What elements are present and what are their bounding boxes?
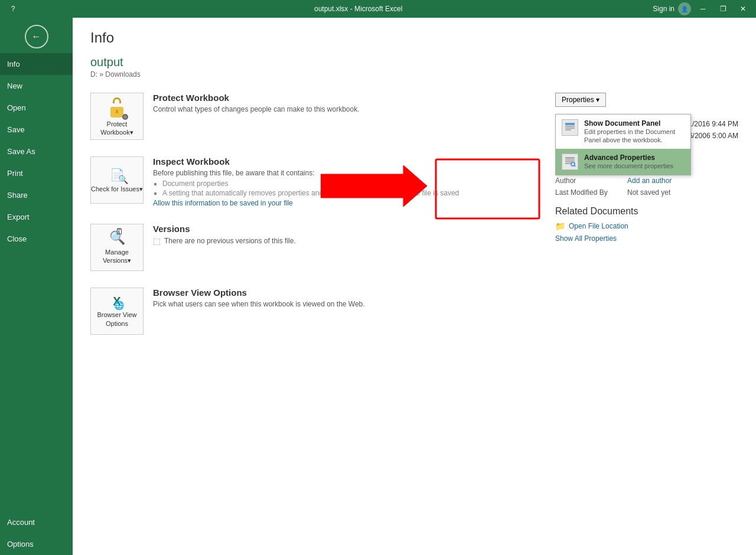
- browser-desc: Pick what users can see when this workbo…: [153, 300, 365, 308]
- check-issues-button[interactable]: 📄 🔍 Check for Issues▾: [90, 156, 144, 204]
- sidebar-item-close[interactable]: Close: [0, 228, 73, 250]
- browser-view-button[interactable]: X 🌐 Browser View Options: [90, 288, 144, 335]
- user-avatar: 👤: [678, 2, 691, 15]
- sidebar-item-save-as[interactable]: Save As: [0, 141, 73, 162]
- svg-rect-7: [565, 163, 571, 164]
- versions-section-text: Versions ⬚ There are no previous version…: [153, 224, 296, 246]
- page-title: Info: [90, 30, 738, 46]
- inspect-title: Inspect Workbook: [153, 156, 459, 166]
- manage-versions-button[interactable]: 🔍 🗓 Manage Versions▾: [90, 224, 144, 271]
- signin-area: Sign in 👤 ─ ❐ ✕: [653, 2, 751, 15]
- related-docs-section: Related Documents 📁 Open File Location S…: [555, 206, 738, 243]
- manage-versions-label: Manage Versions▾: [91, 248, 143, 265]
- svg-rect-2: [565, 128, 575, 129]
- sidebar-item-account[interactable]: Account: [0, 511, 73, 533]
- right-panel: Properties ▾: [555, 93, 738, 351]
- browser-section-text: Browser View Options Pick what users can…: [153, 288, 365, 311]
- author-label: Author: [555, 177, 620, 185]
- help-button[interactable]: ?: [5, 3, 21, 15]
- related-docs-heading: Related Documents: [555, 206, 738, 217]
- inspect-bullet-1: Document properties: [162, 179, 459, 188]
- protect-workbook-label: Protect Workbook▾: [91, 120, 143, 137]
- sidebar-item-save[interactable]: Save: [0, 119, 73, 141]
- browser-section: X 🌐 Browser View Options Browser View Op…: [90, 288, 537, 335]
- svg-rect-4: [565, 157, 575, 159]
- sidebar-item-print[interactable]: Print: [0, 162, 73, 184]
- restore-button[interactable]: ❐: [715, 3, 731, 15]
- back-button[interactable]: ←: [25, 25, 48, 48]
- open-file-location-label: Open File Location: [569, 222, 628, 230]
- minimize-button[interactable]: ─: [695, 3, 711, 15]
- svg-rect-1: [565, 126, 575, 127]
- titlebar: ? output.xlsx - Microsoft Excel Sign in …: [0, 0, 756, 18]
- versions-desc: There are no previous versions of this f…: [164, 237, 296, 245]
- last-modified-by-value: Not saved yet: [627, 188, 670, 197]
- inspect-link[interactable]: Allow this information to be saved in yo…: [153, 199, 293, 207]
- properties-dropdown: Show Document Panel Edit properties in t…: [555, 114, 691, 175]
- show-document-panel-icon: [562, 119, 578, 136]
- advanced-properties-icon: [562, 154, 578, 170]
- sidebar-item-info[interactable]: Info: [0, 53, 73, 75]
- inspect-bullets: Document properties A setting that autom…: [162, 179, 459, 197]
- sidebar-item-new[interactable]: New: [0, 75, 73, 97]
- main-content: Info output D: » Downloads: [73, 18, 756, 555]
- inspect-section: 📄 🔍 Check for Issues▾ Inspect Workbook B…: [90, 156, 537, 207]
- browser-view-label: Browser View Options: [91, 311, 143, 328]
- sidebar-item-export[interactable]: Export: [0, 206, 73, 228]
- inspect-section-text: Inspect Workbook Before publishing this …: [153, 156, 459, 207]
- file-path: D: » Downloads: [90, 70, 738, 79]
- browser-title: Browser View Options: [153, 288, 365, 298]
- sidebar-item-share[interactable]: Share: [0, 184, 73, 206]
- last-modified-by-label: Last Modified By: [555, 188, 620, 197]
- svg-rect-0: [565, 123, 575, 125]
- show-document-panel-text: Show Document Panel Edit properties in t…: [584, 119, 685, 144]
- left-panel: Protect Workbook▾ Protect Workbook Contr…: [90, 93, 537, 351]
- protect-title: Protect Workbook: [153, 93, 360, 103]
- protect-workbook-button[interactable]: Protect Workbook▾: [90, 93, 144, 140]
- protect-desc: Control what types of changes people can…: [153, 105, 360, 113]
- svg-line-9: [574, 165, 575, 166]
- advanced-properties-text: Advanced Properties See more document pr…: [584, 154, 673, 170]
- svg-rect-5: [565, 159, 575, 161]
- inspect-bullet-2: A setting that automatically removes pro…: [162, 189, 459, 197]
- folder-icon: 📁: [555, 221, 565, 231]
- window-title: output.xlsx - Microsoft Excel: [64, 5, 653, 13]
- open-file-location-link[interactable]: 📁 Open File Location: [555, 221, 738, 231]
- check-issues-label: Check for Issues▾: [91, 185, 143, 193]
- sidebar: ← Info New Open Save Save As Print Share…: [0, 18, 73, 555]
- sidebar-item-open[interactable]: Open: [0, 97, 73, 119]
- close-button[interactable]: ✕: [735, 3, 751, 15]
- sidebar-item-options[interactable]: Options: [0, 533, 73, 555]
- last-modified-by-row: Last Modified By Not saved yet: [555, 188, 738, 197]
- versions-section: 🔍 🗓 Manage Versions▾ Versions ⬚ There ar…: [90, 224, 537, 271]
- properties-container: Properties ▾: [555, 93, 606, 112]
- inspect-desc: Before publishing this file, be aware th…: [153, 169, 459, 177]
- versions-title: Versions: [153, 224, 296, 234]
- show-all-properties-link[interactable]: Show All Properties: [555, 234, 738, 243]
- show-document-panel-item[interactable]: Show Document Panel Edit properties in t…: [556, 115, 690, 149]
- protect-section-text: Protect Workbook Control what types of c…: [153, 93, 360, 116]
- advanced-properties-item[interactable]: Advanced Properties See more document pr…: [556, 149, 690, 175]
- author-value[interactable]: Add an author: [627, 177, 672, 185]
- properties-button[interactable]: Properties ▾: [555, 93, 606, 107]
- svg-rect-3: [565, 129, 571, 130]
- protect-section: Protect Workbook▾ Protect Workbook Contr…: [90, 93, 537, 140]
- signin-button[interactable]: Sign in: [653, 5, 674, 13]
- file-name: output: [90, 56, 738, 69]
- author-row: Author Add an author: [555, 177, 738, 185]
